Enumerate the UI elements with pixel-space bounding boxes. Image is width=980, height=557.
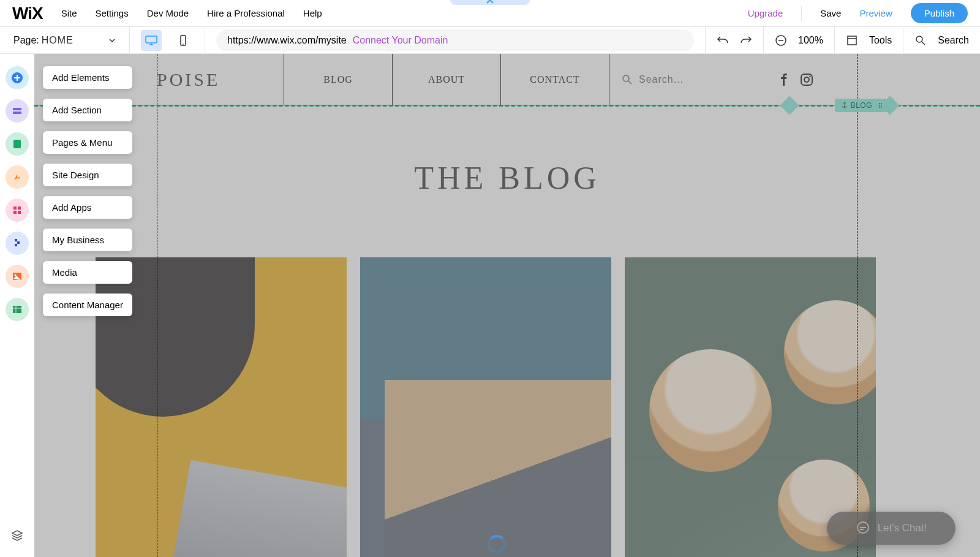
menu-site[interactable]: Site — [61, 8, 77, 18]
svg-rect-10 — [13, 108, 21, 110]
publish-button[interactable]: Publish — [911, 3, 968, 23]
wix-logo[interactable]: WiX — [12, 4, 43, 23]
label-add-section[interactable]: Add Section — [43, 99, 132, 121]
svg-point-18 — [15, 275, 17, 276]
rail-my-business[interactable] — [6, 232, 29, 255]
page-selector[interactable]: Page:HOME — [0, 27, 130, 53]
rail-tooltips: Add Elements Add Section Pages & Menu Si… — [43, 66, 132, 316]
svg-point-31 — [881, 107, 882, 108]
blog-title[interactable]: THE BLOG — [414, 160, 600, 196]
rail-add-apps[interactable] — [6, 199, 29, 222]
zoom-group[interactable]: 100% — [763, 27, 834, 53]
mobile-icon — [176, 34, 190, 47]
connect-domain-link[interactable]: Connect Your Domain — [353, 35, 448, 46]
svg-rect-14 — [18, 207, 21, 210]
label-site-design[interactable]: Site Design — [43, 164, 132, 186]
tools-group[interactable]: Tools — [834, 27, 903, 53]
rail-site-design[interactable] — [6, 165, 29, 189]
blog-card-1[interactable] — [96, 257, 347, 557]
svg-point-29 — [881, 103, 882, 104]
svg-point-30 — [881, 105, 882, 106]
blog-card-2[interactable] — [360, 257, 611, 557]
rail-add-elements[interactable] — [6, 66, 29, 89]
nav-contact[interactable]: CONTACT — [501, 54, 609, 105]
zoom-out-icon — [775, 34, 787, 47]
anchor-label: BLOG — [851, 101, 872, 110]
nav-search[interactable]: Search... — [609, 54, 763, 105]
menu-hire[interactable]: Hire a Professional — [207, 8, 285, 18]
svg-rect-11 — [13, 112, 21, 114]
save-link[interactable]: Save — [820, 8, 841, 18]
menu-help[interactable]: Help — [303, 8, 322, 18]
top-notch[interactable] — [450, 0, 530, 5]
svg-point-27 — [879, 105, 880, 106]
label-add-elements[interactable]: Add Elements — [43, 66, 132, 89]
rail-media[interactable] — [6, 265, 29, 288]
preview-link[interactable]: Preview — [859, 8, 892, 18]
svg-rect-5 — [848, 36, 856, 45]
svg-point-28 — [879, 107, 880, 108]
rail-pages-menu[interactable] — [6, 132, 29, 156]
menu-settings[interactable]: Settings — [96, 8, 129, 18]
chat-label: Let's Chat! — [878, 522, 927, 534]
editor-canvas[interactable]: POISE BLOG ABOUT CONTACT Search... THE B… — [34, 54, 980, 557]
svg-rect-16 — [18, 211, 21, 214]
undo-icon[interactable] — [717, 34, 729, 47]
label-content-manager[interactable]: Content Manager — [43, 294, 132, 316]
page-name: HOME — [42, 35, 74, 45]
svg-point-23 — [804, 77, 809, 82]
nav-about[interactable]: ABOUT — [393, 54, 501, 105]
search-group[interactable]: Search — [903, 27, 980, 53]
nav-blog[interactable]: BLOG — [284, 54, 393, 105]
site-header: POISE BLOG ABOUT CONTACT Search... — [34, 54, 980, 105]
tools-label: Tools — [869, 35, 892, 46]
mobile-view-button[interactable] — [173, 30, 194, 51]
page-label: Page: — [13, 35, 39, 45]
svg-point-20 — [623, 75, 629, 81]
label-my-business[interactable]: My Business — [43, 229, 132, 251]
upgrade-link[interactable]: Upgrade — [748, 8, 783, 18]
svg-rect-13 — [13, 207, 17, 210]
divider — [801, 6, 802, 21]
label-add-apps[interactable]: Add Apps — [43, 196, 132, 219]
svg-rect-15 — [13, 211, 17, 214]
chat-icon — [856, 521, 870, 536]
svg-rect-19 — [13, 306, 21, 313]
desktop-view-button[interactable] — [141, 30, 162, 51]
redo-icon[interactable] — [740, 34, 752, 47]
svg-line-8 — [922, 42, 925, 45]
decor-tart — [784, 300, 876, 404]
search-icon — [914, 34, 927, 47]
svg-point-26 — [879, 103, 880, 104]
search-label: Search — [938, 35, 969, 46]
svg-rect-0 — [146, 36, 157, 43]
menu-devmode[interactable]: Dev Mode — [147, 8, 189, 18]
undo-redo-group — [705, 27, 763, 53]
label-pages-menu[interactable]: Pages & Menu — [43, 131, 132, 154]
drag-icon[interactable] — [878, 102, 884, 108]
desktop-icon — [145, 34, 158, 47]
instagram-icon[interactable] — [800, 73, 813, 86]
url-bar[interactable]: https://www.wix.com/mysite Connect Your … — [216, 29, 694, 51]
layers-icon[interactable] — [10, 529, 24, 542]
search-icon — [622, 74, 633, 85]
svg-point-24 — [809, 75, 810, 77]
rail-content-manager[interactable] — [6, 298, 29, 321]
svg-rect-12 — [13, 140, 21, 148]
facebook-icon[interactable] — [778, 74, 790, 86]
zoom-value: 100% — [798, 35, 823, 46]
loading-spinner — [488, 535, 506, 553]
svg-point-7 — [916, 36, 922, 42]
secondary-bar: Page:HOME https://www.wix.com/mysite Con… — [0, 27, 980, 54]
tools-icon — [846, 34, 858, 47]
blog-title-section: THE BLOG — [34, 105, 980, 250]
search-placeholder: Search... — [639, 74, 684, 85]
rail-add-section[interactable] — [6, 99, 29, 123]
site-url: https://www.wix.com/mysite — [227, 35, 347, 46]
anchor-pill[interactable]: BLOG — [835, 99, 888, 112]
chat-button[interactable]: Let's Chat! — [827, 512, 956, 545]
label-media[interactable]: Media — [43, 261, 132, 284]
svg-point-25 — [843, 102, 845, 104]
decor-tart — [649, 349, 772, 472]
site-stage: POISE BLOG ABOUT CONTACT Search... THE B… — [34, 54, 980, 557]
